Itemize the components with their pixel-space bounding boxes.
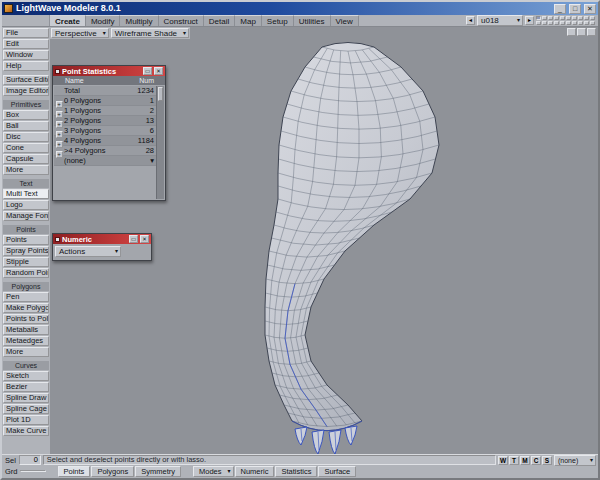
layer-cell[interactable] xyxy=(536,21,541,25)
sidebar-item-logo[interactable]: Logo xyxy=(3,200,49,210)
next-object-button[interactable]: ► xyxy=(525,16,534,25)
vmap-w-button[interactable]: W xyxy=(498,456,508,465)
tool-surface-button[interactable]: Surface xyxy=(318,466,356,477)
sidebar-item-random-points[interactable]: Random Points xyxy=(3,268,49,278)
sidebar-item-points-to-polys[interactable]: Points to Polys xyxy=(3,314,49,324)
stats-row-num: 6 xyxy=(128,126,156,135)
prev-object-button[interactable]: ◄ xyxy=(466,16,475,25)
sidebar-item-image-editor[interactable]: Image Editor xyxy=(3,86,49,96)
tab-detail[interactable]: Detail xyxy=(204,15,235,26)
tab-multiply[interactable]: Multiply xyxy=(120,15,158,26)
layer-cell[interactable] xyxy=(548,21,553,25)
sidebar-item-capsule[interactable]: Capsule xyxy=(3,154,49,164)
pane-control-buttons[interactable] xyxy=(567,28,596,36)
stats-row-toggle-button[interactable]: + xyxy=(56,151,63,158)
tab-setup[interactable]: Setup xyxy=(262,15,294,26)
layer-cell[interactable] xyxy=(560,21,565,25)
pane-button-icon[interactable] xyxy=(587,28,596,36)
sidebar-item-window[interactable]: Window xyxy=(3,50,49,60)
sidebar-item-manage-fonts[interactable]: Manage Fonts xyxy=(3,211,49,221)
sidebar-item-ball[interactable]: Ball xyxy=(3,121,49,131)
sidebar-item-more[interactable]: More xyxy=(3,165,49,175)
layer-cell[interactable] xyxy=(554,21,559,25)
layer-cell[interactable] xyxy=(560,16,565,20)
numeric-close-button[interactable]: ✕ xyxy=(140,235,149,243)
tab-construct[interactable]: Construct xyxy=(159,15,204,26)
vmap-t-button[interactable]: T xyxy=(509,456,519,465)
layer-cell[interactable] xyxy=(566,16,571,20)
sidebar-item-spray-points[interactable]: Spray Points xyxy=(3,246,49,256)
object-selector-dropdown[interactable]: u018 xyxy=(477,15,523,26)
sidebar-item-pen[interactable]: Pen xyxy=(3,292,49,302)
layer-cell[interactable] xyxy=(572,16,577,20)
sidebar-item-help[interactable]: Help xyxy=(3,61,49,71)
tab-view[interactable]: View xyxy=(331,15,359,26)
sidebar-item-cone[interactable]: Cone xyxy=(3,143,49,153)
mode-points-button[interactable]: Points xyxy=(58,466,91,477)
sidebar-item-box[interactable]: Box xyxy=(3,110,49,120)
sidebar-item-points[interactable]: Points xyxy=(3,235,49,245)
layer-cell[interactable] xyxy=(566,21,571,25)
stats-panel-titlebar[interactable]: Point Statistics ▭ ✕ xyxy=(53,66,165,76)
titlebar[interactable]: LightWave Modeler 8.0.1 _ □ ✕ xyxy=(2,2,598,15)
layer-cell[interactable] xyxy=(536,16,541,20)
close-button[interactable]: ✕ xyxy=(584,4,596,14)
tool-modes-button[interactable]: Modes xyxy=(193,466,234,477)
sidebar-item-bezier[interactable]: Bezier xyxy=(3,382,49,392)
sidebar-item-disc[interactable]: Disc xyxy=(3,132,49,142)
sidebar-item-multi-text[interactable]: Multi Text xyxy=(3,189,49,199)
shade-mode-dropdown[interactable]: Wireframe Shade xyxy=(111,28,189,38)
vmap-c-button[interactable]: C xyxy=(531,456,541,465)
scrollbar-thumb[interactable] xyxy=(158,87,163,101)
sidebar-item-plot-1d[interactable]: Plot 1D xyxy=(3,415,49,425)
layer-cell[interactable] xyxy=(584,16,589,20)
minimize-button[interactable]: _ xyxy=(554,4,566,14)
stats-row-num: 1184 xyxy=(128,136,156,145)
layer-cell[interactable] xyxy=(542,21,547,25)
tab-create[interactable]: Create xyxy=(50,15,86,26)
sidebar-item-spline-draw[interactable]: Spline Draw xyxy=(3,393,49,403)
perspective-viewport[interactable]: Perspective Wireframe Shade Point Statis… xyxy=(50,27,598,454)
sidebar-item-stipple[interactable]: Stipple xyxy=(3,257,49,267)
stats-row: +1 Polygons2 xyxy=(54,106,156,116)
layer-cell[interactable] xyxy=(578,21,583,25)
stats-close-button[interactable]: ✕ xyxy=(154,67,163,75)
vmap-selector-dropdown[interactable]: (none) xyxy=(554,455,596,466)
vmap-m-button[interactable]: M xyxy=(520,456,530,465)
sidebar-item-spline-cage[interactable]: Spline Cage xyxy=(3,404,49,414)
sidebar-item-more[interactable]: More xyxy=(3,347,49,357)
sidebar-item-metaballs[interactable]: Metaballs xyxy=(3,325,49,335)
mode-polygons-button[interactable]: Polygons xyxy=(91,466,134,477)
layer-cell[interactable] xyxy=(572,21,577,25)
view-mode-dropdown[interactable]: Perspective xyxy=(51,28,109,38)
sidebar-item-edit[interactable]: Edit xyxy=(3,39,49,49)
maximize-button[interactable]: □ xyxy=(569,4,581,14)
pane-button-icon[interactable] xyxy=(567,28,576,36)
sidebar-item-make-polygon[interactable]: Make Polygon xyxy=(3,303,49,313)
tool-numeric-button[interactable]: Numeric xyxy=(235,466,275,477)
sidebar-item-sketch[interactable]: Sketch xyxy=(3,371,49,381)
tab-utilities[interactable]: Utilities xyxy=(294,15,331,26)
sidebar-item-metaedges[interactable]: Metaedges xyxy=(3,336,49,346)
layer-cell[interactable] xyxy=(590,21,595,25)
vmap-s-button[interactable]: S xyxy=(542,456,552,465)
stats-scrollbar[interactable] xyxy=(156,86,164,199)
layer-cell[interactable] xyxy=(578,16,583,20)
numeric-panel-titlebar[interactable]: Numeric ▭ ✕ xyxy=(53,234,151,244)
tab-modify[interactable]: Modify xyxy=(86,15,121,26)
sidebar-item-surface-editor[interactable]: Surface Editor xyxy=(3,75,49,85)
stats-minimize-button[interactable]: ▭ xyxy=(143,67,152,75)
layer-cell[interactable] xyxy=(542,16,547,20)
numeric-minimize-button[interactable]: ▭ xyxy=(129,235,138,243)
tool-statistics-button[interactable]: Statistics xyxy=(275,466,317,477)
layer-cell[interactable] xyxy=(548,16,553,20)
pane-button-icon[interactable] xyxy=(577,28,586,36)
layer-cell[interactable] xyxy=(584,21,589,25)
mode-symmetry-button[interactable]: Symmetry xyxy=(135,466,181,477)
numeric-actions-dropdown[interactable]: Actions xyxy=(55,246,121,257)
sidebar-item-make-curve[interactable]: Make Curve xyxy=(3,426,49,436)
layer-cell[interactable] xyxy=(554,16,559,20)
sidebar-item-file[interactable]: File xyxy=(3,28,49,38)
layer-cell[interactable] xyxy=(590,16,595,20)
tab-map[interactable]: Map xyxy=(235,15,262,26)
